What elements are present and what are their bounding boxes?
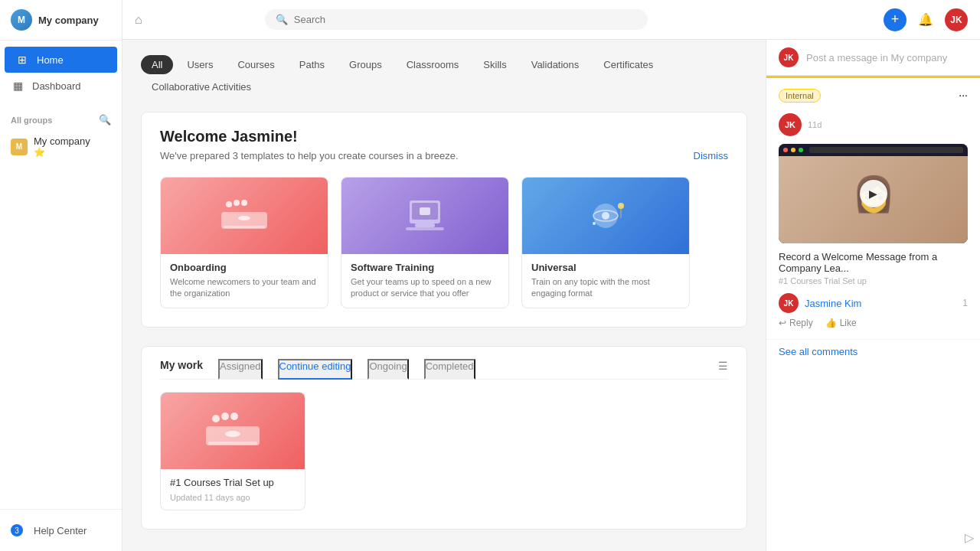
feed-commenter: JK Jasmine Kim 1 xyxy=(779,293,968,313)
tab-skills[interactable]: Skills xyxy=(472,55,517,74)
sidebar-item-help[interactable]: 3 Help Center xyxy=(0,517,122,543)
template-info-onboarding: Onboarding Welcome newcomers to your tea… xyxy=(161,254,328,308)
svg-point-3 xyxy=(234,200,240,206)
reply-button[interactable]: ↩ Reply xyxy=(779,318,813,328)
template-card-software[interactable]: Software Training Get your teams up to s… xyxy=(341,177,509,308)
course-image xyxy=(161,393,305,469)
course-updated: Updated 11 days ago xyxy=(170,493,296,502)
template-card-onboarding[interactable]: Onboarding Welcome newcomers to your tea… xyxy=(160,177,328,308)
sidebar-item-home[interactable]: ⊞ Home xyxy=(5,47,117,73)
topbar: ⌂ 🔍 + 🔔 JK xyxy=(122,0,980,40)
feed-time: 11d xyxy=(808,120,822,129)
svg-rect-8 xyxy=(415,223,435,227)
reply-icon: ↩ xyxy=(779,318,786,328)
tab-collaborative[interactable]: Collaborative Activities xyxy=(141,77,262,96)
sidebar-nav: ⊞ Home ▦ Dashboard xyxy=(0,41,122,105)
play-button[interactable]: ▶ xyxy=(860,180,887,207)
svg-point-20 xyxy=(221,412,229,420)
sidebar-item-dashboard[interactable]: ▦ Dashboard xyxy=(0,73,122,99)
feed-badge: Internal xyxy=(779,89,821,103)
tab-paths[interactable]: Paths xyxy=(289,55,335,74)
user-avatar[interactable]: JK xyxy=(945,8,968,31)
filter-tabs: All Users Courses Paths Groups Classroom… xyxy=(141,55,747,96)
tab-continue-editing[interactable]: Continue editing xyxy=(278,359,353,380)
feed-video[interactable]: 👩 ▶ xyxy=(779,144,968,243)
tab-certificates[interactable]: Certificates xyxy=(593,55,664,74)
tab-validations[interactable]: Validations xyxy=(521,55,590,74)
svg-point-18 xyxy=(225,431,240,437)
post-input[interactable]: Post a message in My company xyxy=(806,52,968,64)
search-groups-icon[interactable]: 🔍 xyxy=(99,114,111,126)
tab-completed[interactable]: Completed xyxy=(424,359,475,380)
tab-courses[interactable]: Courses xyxy=(227,55,285,74)
group-badge: ⭐ xyxy=(34,147,90,158)
svg-rect-5 xyxy=(224,226,265,228)
add-button[interactable]: + xyxy=(884,8,906,31)
template-desc-universal: Train on any topic with the most engagin… xyxy=(531,276,680,300)
comment-count: 1 xyxy=(962,298,968,308)
topbar-home-icon[interactable]: ⌂ xyxy=(135,13,142,27)
post-avatar: JK xyxy=(779,47,799,67)
feed-actions: ↩ Reply 👍 Like xyxy=(779,318,968,328)
svg-point-1 xyxy=(238,216,250,220)
topbar-actions: + 🔔 JK xyxy=(884,8,968,31)
see-all-comments[interactable]: See all comments xyxy=(766,340,980,364)
work-actions-icon[interactable]: ☰ xyxy=(718,360,728,372)
course-name: #1 Courses Trial Set up xyxy=(170,477,296,488)
search-input[interactable] xyxy=(294,14,637,25)
tab-users[interactable]: Users xyxy=(176,55,224,74)
company-logo: M xyxy=(11,9,32,31)
template-img-software xyxy=(341,178,508,254)
course-card[interactable]: #1 Courses Trial Set up Updated 11 days … xyxy=(160,392,305,510)
template-desc-onboarding: Welcome newcomers to your team and the o… xyxy=(170,276,318,300)
help-badge: 3 xyxy=(11,524,23,536)
svg-point-14 xyxy=(618,203,624,209)
sidebar-group-my-company[interactable]: M My company ⭐ xyxy=(0,130,122,163)
right-panel-feed: Internal ··· JK 11d 👩 xyxy=(766,76,980,524)
course-info: #1 Courses Trial Set up Updated 11 days … xyxy=(161,469,305,510)
course-cards: #1 Courses Trial Set up Updated 11 days … xyxy=(160,392,728,510)
svg-rect-10 xyxy=(420,207,430,215)
tab-groups[interactable]: Groups xyxy=(338,55,393,74)
tab-classrooms[interactable]: Classrooms xyxy=(396,55,470,74)
sidebar: M My company ⊞ Home ▦ Dashboard All grou… xyxy=(0,0,122,551)
tab-assigned[interactable]: Assigned xyxy=(218,359,262,380)
my-work-section: My work Assigned Continue editing Ongoin… xyxy=(141,346,747,530)
scroll-arrow-icon: ▷ xyxy=(965,530,974,545)
feed-avatar: JK xyxy=(779,113,802,136)
feed-post-title: Record a Welcome Message from a Company … xyxy=(779,251,968,274)
commenter-name: Jasmine Kim xyxy=(805,298,861,309)
svg-point-16 xyxy=(593,222,596,225)
commenter-avatar: JK xyxy=(779,293,799,313)
template-img-universal xyxy=(522,178,689,254)
like-icon: 👍 xyxy=(825,318,837,328)
post-message-bar: JK Post a message in My company xyxy=(766,40,980,76)
sidebar-header: M My company xyxy=(0,0,122,41)
sidebar-bottom: 3 Help Center xyxy=(0,509,122,551)
template-name-software: Software Training xyxy=(351,262,499,273)
group-icon: M xyxy=(11,139,28,155)
like-button[interactable]: 👍 Like xyxy=(825,318,857,328)
template-img-onboarding xyxy=(161,178,328,254)
template-desc-software: Get your teams up to speed on a new prod… xyxy=(351,276,499,300)
template-info-software: Software Training Get your teams up to s… xyxy=(341,254,508,308)
tab-ongoing[interactable]: Ongoing xyxy=(368,359,408,380)
welcome-section: Welcome Jasmine! We've prepared 3 templa… xyxy=(141,112,747,328)
template-card-universal[interactable]: Universal Train on any topic with the mo… xyxy=(521,177,690,308)
svg-point-13 xyxy=(602,212,609,220)
template-cards: Onboarding Welcome newcomers to your tea… xyxy=(160,177,728,308)
sidebar-company-name: My company xyxy=(38,15,99,26)
feed-more-btn[interactable]: ··· xyxy=(959,89,968,101)
tab-all[interactable]: All xyxy=(141,55,173,74)
main-area: ⌂ 🔍 + 🔔 JK All Users Courses Paths Group… xyxy=(122,0,980,551)
work-tab-label: My work xyxy=(160,359,203,379)
search-icon: 🔍 xyxy=(276,14,288,25)
svg-point-4 xyxy=(241,200,247,206)
feed-post-header: Internal ··· xyxy=(779,89,968,106)
dashboard-icon: ▦ xyxy=(11,80,24,92)
svg-point-2 xyxy=(226,201,232,207)
welcome-subtitle: We've prepared 3 templates to help you c… xyxy=(160,150,728,161)
help-label: Help Center xyxy=(34,525,87,536)
notifications-button[interactable]: 🔔 xyxy=(914,8,937,31)
dismiss-button[interactable]: Dismiss xyxy=(694,150,729,161)
